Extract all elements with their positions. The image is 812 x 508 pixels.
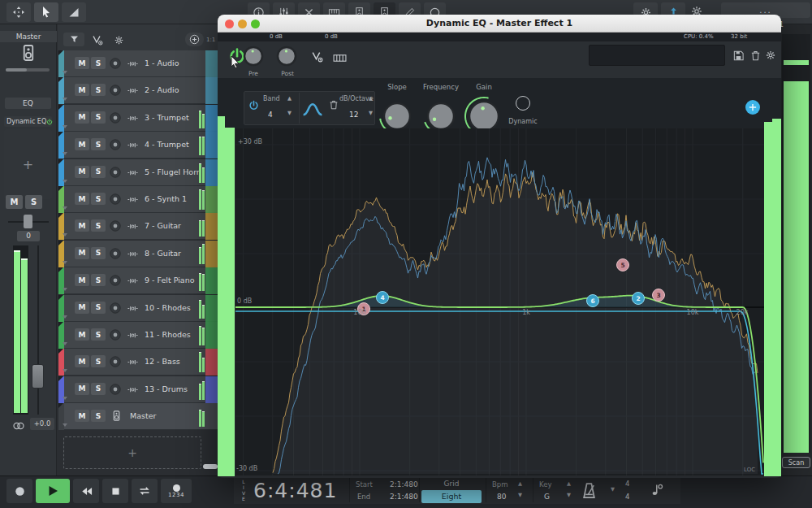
add-insert-plus[interactable]: + — [23, 157, 33, 172]
expand-chevron[interactable] — [63, 233, 67, 237]
record-arm-button[interactable] — [109, 57, 122, 70]
expand-chevron[interactable] — [63, 180, 67, 183]
solo-button[interactable]: S — [91, 57, 106, 69]
stop-button[interactable] — [102, 479, 128, 503]
insert-power-icon[interactable] — [46, 119, 53, 125]
solo-button[interactable]: S — [91, 193, 106, 205]
pan-slider-handle[interactable] — [24, 215, 32, 228]
octave-down-button[interactable]: ▼ — [369, 111, 373, 116]
expand-chevron[interactable] — [63, 206, 67, 210]
pan-value[interactable]: 0 — [17, 231, 40, 241]
mute-button[interactable]: M — [75, 410, 89, 422]
mute-button[interactable]: M — [75, 57, 89, 69]
move-tool-button[interactable] — [6, 2, 31, 22]
plugin-title-bar[interactable]: Dynamic EQ - Master Effect 1 — [218, 15, 781, 33]
eq-band-handle-6[interactable]: 6 — [586, 294, 599, 307]
track-row[interactable]: MS8 - Guitar — [58, 241, 218, 267]
solo-button[interactable]: S — [91, 328, 106, 341]
band-up-button[interactable]: ▲ — [287, 96, 292, 102]
monitor-button[interactable] — [127, 58, 140, 71]
bpm-value[interactable]: 80 — [497, 493, 506, 501]
time-signature-top[interactable]: 4 — [625, 480, 629, 488]
eq-band-handle-4[interactable]: 4 — [376, 291, 389, 304]
add-band-button[interactable] — [745, 100, 760, 115]
record-arm-button[interactable] — [109, 138, 122, 151]
track-row[interactable]: MS9 - Felt Piano — [58, 267, 218, 294]
monitor-speaker-icon[interactable] — [19, 43, 38, 63]
octave-value[interactable]: 12 — [349, 111, 358, 119]
master-fader-handle[interactable] — [32, 364, 44, 389]
record-arm-button[interactable] — [109, 302, 122, 315]
expand-chevron[interactable] — [63, 342, 67, 345]
monitor-button[interactable] — [127, 356, 140, 369]
eq-band-handle-3[interactable]: 3 — [652, 289, 665, 302]
master-mute-button[interactable]: M — [6, 195, 23, 209]
record-arm-button[interactable] — [109, 111, 122, 124]
mute-button[interactable]: M — [75, 219, 89, 232]
key-up-button[interactable]: ▲ — [567, 481, 571, 487]
scrollbar-thumb[interactable] — [203, 464, 218, 469]
fade-tool-button[interactable] — [62, 2, 86, 22]
expand-chevron[interactable] — [63, 98, 67, 101]
time-display[interactable]: 6:4:481 — [253, 479, 348, 502]
track-row[interactable]: MS4 - Trumpet — [58, 132, 218, 158]
band-delete-button[interactable] — [328, 99, 339, 111]
band-power-button[interactable] — [248, 100, 259, 111]
master-gain-value[interactable]: +0.0 — [30, 418, 54, 430]
solo-button[interactable]: S — [91, 84, 106, 96]
track-settings-button[interactable] — [114, 35, 124, 46]
track-row[interactable]: MS10 - Rhodes — [58, 295, 218, 322]
expand-chevron[interactable] — [63, 71, 67, 74]
expand-chevron[interactable] — [63, 261, 67, 264]
track-row[interactable]: MS13 - Drums — [58, 376, 218, 403]
master-solo-button[interactable]: S — [25, 195, 42, 209]
solo-button[interactable]: S — [91, 247, 106, 259]
expand-chevron[interactable] — [63, 397, 67, 400]
track-row[interactable]: MS1 - Audio — [58, 50, 218, 77]
inspector-slider[interactable] — [6, 68, 50, 72]
record-arm-button[interactable] — [109, 247, 122, 260]
expand-chevron[interactable] — [63, 315, 67, 319]
minimize-window-button[interactable] — [238, 20, 247, 28]
track-row[interactable]: MS12 - Bass — [58, 349, 218, 376]
master-track-row[interactable]: MSMaster — [58, 403, 218, 430]
record-arm-button[interactable] — [109, 274, 122, 287]
start-value[interactable]: 2:1:480 — [390, 480, 418, 488]
monitor-button[interactable] — [127, 329, 140, 342]
monitor-button[interactable] — [127, 220, 140, 233]
monitor-button[interactable] — [127, 384, 140, 397]
monitor-button[interactable] — [127, 85, 140, 98]
monitor-button[interactable] — [127, 302, 140, 315]
count-in-button[interactable]: 1234 — [161, 479, 192, 503]
band-shape-button[interactable] — [302, 98, 323, 119]
mute-button[interactable]: M — [75, 138, 89, 150]
record-button[interactable] — [6, 479, 32, 503]
automation-route-button[interactable] — [91, 33, 104, 46]
monitor-button[interactable] — [127, 248, 140, 261]
track-row[interactable]: MS6 - Synth 1 — [58, 186, 218, 213]
expand-chevron[interactable] — [63, 369, 67, 372]
tempo-note-button[interactable] — [650, 482, 664, 497]
plugin-settings-button[interactable] — [765, 50, 776, 61]
track-drop-zone[interactable]: + — [63, 436, 201, 469]
end-value[interactable]: 2:1:480 — [390, 493, 418, 501]
scan-button[interactable]: Scan — [782, 457, 810, 468]
expand-chevron[interactable] — [63, 423, 67, 427]
track-row[interactable]: MS5 - Flugel Horn — [58, 159, 218, 186]
eq-button[interactable]: EQ — [5, 98, 51, 109]
monitor-button[interactable] — [127, 167, 140, 180]
solo-button[interactable]: S — [91, 138, 106, 150]
eq-band-handle-2[interactable]: 2 — [632, 292, 645, 305]
band-value[interactable]: 4 — [268, 111, 273, 119]
preset-box[interactable] — [589, 45, 725, 66]
mute-button[interactable]: M — [75, 328, 89, 341]
keyboard-button[interactable] — [333, 51, 347, 65]
mute-button[interactable]: M — [75, 383, 89, 395]
play-button[interactable] — [36, 479, 70, 503]
solo-button[interactable]: S — [91, 111, 106, 124]
mute-button[interactable]: M — [75, 193, 89, 205]
track-filter-button[interactable] — [63, 33, 84, 46]
key-down-button[interactable]: ▼ — [567, 493, 571, 498]
mute-button[interactable]: M — [75, 166, 89, 178]
expand-chevron[interactable] — [63, 125, 67, 128]
